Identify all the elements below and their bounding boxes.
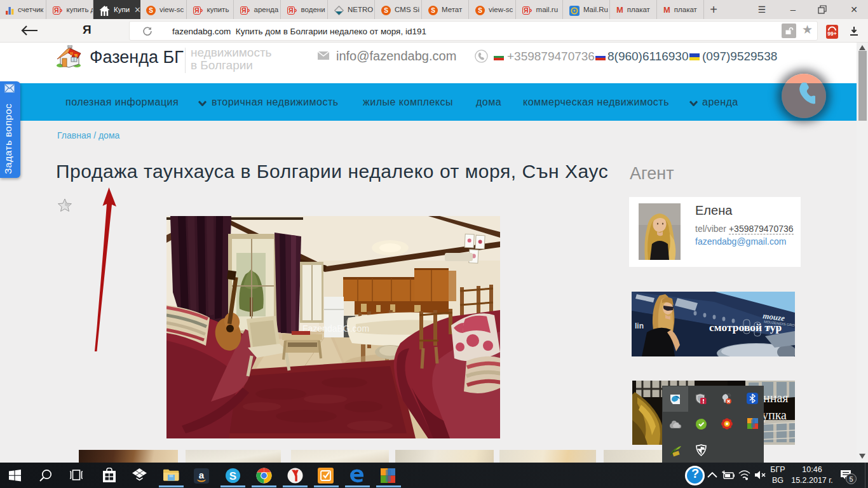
svg-text:lin: lin xyxy=(635,322,644,330)
svg-text:S: S xyxy=(478,7,482,14)
svg-text:смотровой тур: смотровой тур xyxy=(709,321,782,334)
svg-text:упка: упка xyxy=(762,408,787,423)
svg-text:S: S xyxy=(431,7,435,14)
svg-text:S: S xyxy=(229,470,236,482)
svg-text:S: S xyxy=(384,7,388,14)
svg-text:FazendaBG.com: FazendaBG.com xyxy=(302,323,369,334)
svg-text:нная: нная xyxy=(763,391,788,405)
svg-text:a: a xyxy=(199,470,205,480)
svg-text:S: S xyxy=(149,7,153,14)
